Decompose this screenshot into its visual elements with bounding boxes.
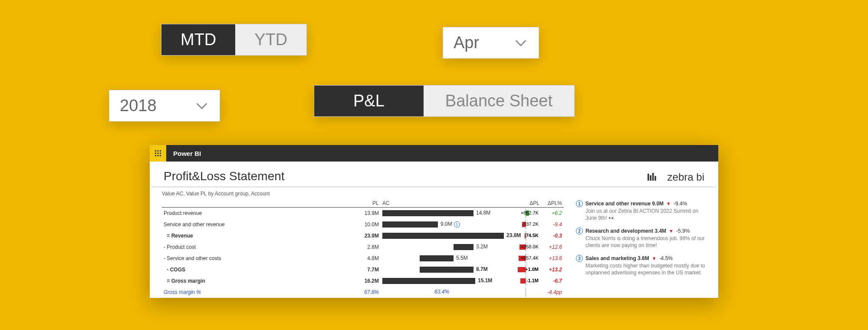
comment-number-icon: 2: [576, 228, 583, 234]
delta-pct-cell: -9.4: [541, 219, 564, 230]
table-row[interactable]: - Service and other costs4.8M5.5M+657.4K…: [162, 253, 564, 264]
ac-bar-cell: 3.2M: [381, 241, 506, 253]
delta-cell: [506, 287, 541, 298]
account-cell: Gross margin %: [162, 287, 236, 298]
sheet-pl-option[interactable]: P&L: [314, 86, 424, 116]
account-cell: - Product cost: [162, 241, 236, 253]
ac-bar-cell: 8.7M: [381, 264, 506, 275]
pl-cell: 7.7M: [236, 264, 381, 275]
pl-cell: 23.9M: [236, 230, 381, 241]
col-dpl: ΔPL: [506, 199, 541, 208]
annotation-marker[interactable]: 1: [454, 221, 460, 228]
ac-bar-cell: 23.8M: [381, 230, 506, 241]
comment-title: Research and development 3.4M: [585, 228, 666, 234]
table-row[interactable]: = Gross margin16.2M15.1M-1.1M-6.7: [162, 275, 564, 287]
trend-down-icon: ▼: [666, 201, 671, 206]
app-name: Power BI: [166, 150, 201, 157]
svg-rect-6: [155, 155, 156, 156]
brand-text: zebra bi: [667, 171, 704, 183]
chevron-down-icon: [194, 99, 209, 113]
brand-logo: zebra bi: [648, 171, 704, 183]
table-row[interactable]: Product revenue13.9M14.8M+862.7K+6.2: [162, 208, 564, 219]
pl-cell: 16.2M: [236, 275, 381, 287]
pl-cell: 13.9M: [236, 208, 381, 219]
delta-pct-cell: -4.4pp: [541, 287, 564, 298]
pl-cell: 2.8M: [236, 241, 381, 253]
matrix-visual[interactable]: Value AC, Value PL by Account group, Acc…: [162, 191, 564, 298]
delta-cell: +1.0M: [506, 264, 541, 275]
period-toggle: MTD YTD: [161, 24, 307, 56]
delta-pct-cell: -0.3: [541, 230, 564, 241]
svg-rect-8: [160, 155, 161, 156]
svg-rect-10: [650, 175, 651, 181]
visual-subtitle: Value AC, Value PL by Account group, Acc…: [162, 191, 564, 197]
app-launcher-icon[interactable]: [150, 145, 166, 162]
chevron-down-icon: [513, 36, 528, 50]
account-cell: Product revenue: [162, 208, 236, 219]
comment-number-icon: 3: [576, 255, 583, 262]
svg-rect-2: [160, 150, 161, 152]
period-mtd-option[interactable]: MTD: [161, 24, 235, 55]
account-cell: - Service and other costs: [162, 253, 236, 264]
comment-title: Sales and marketing 3.6M: [585, 255, 649, 261]
ac-bar-cell: 63.4%: [381, 287, 506, 298]
comment-item[interactable]: 3Sales and marketing 3.6M▼-4.5%Marketing…: [576, 255, 706, 276]
delta-pct-cell: +13.2: [541, 264, 564, 275]
comment-pct: -5.9%: [676, 228, 690, 234]
trend-down-icon: ▼: [652, 256, 657, 261]
delta-cell: -74.5K: [506, 230, 541, 241]
page-title: Profit&Loss Statement: [164, 169, 285, 183]
table-row[interactable]: - Product cost2.8M3.2M+358.0K+12.6: [162, 241, 564, 253]
sheet-toggle: P&L Balance Sheet: [314, 85, 575, 117]
comments-panel: 1Service and other revenue 9.0M▼-9.4%Joi…: [576, 191, 706, 298]
col-ac: AC: [381, 199, 506, 208]
svg-rect-3: [155, 153, 156, 154]
table-row[interactable]: = Revenue23.9M23.8M-74.5K-0.3: [162, 230, 564, 241]
col-dplpct: ΔPL%: [541, 199, 564, 208]
pl-cell: 67.8%: [236, 287, 381, 298]
delta-pct-cell: -6.7: [541, 275, 564, 287]
delta-cell: +862.7K: [506, 208, 541, 219]
account-cell: - COGS: [162, 264, 236, 275]
delta-cell: -937.2K: [506, 219, 541, 230]
month-value: Apr: [454, 33, 479, 52]
year-value: 2018: [120, 96, 157, 115]
page-header: Profit&Loss Statement zebra bi: [151, 162, 717, 187]
year-dropdown[interactable]: 2018: [109, 90, 220, 122]
account-cell: = Revenue: [162, 230, 236, 241]
table-row[interactable]: - COGS7.7M8.7M+1.0M+13.2: [162, 264, 564, 275]
comment-pct: -9.4%: [674, 201, 687, 207]
period-ytd-option[interactable]: YTD: [235, 24, 306, 55]
comment-item[interactable]: 1Service and other revenue 9.0M▼-9.4%Joi…: [576, 200, 706, 221]
svg-rect-9: [648, 174, 649, 181]
ac-bar-cell: 5.5M: [381, 253, 506, 264]
svg-rect-11: [652, 173, 654, 181]
comment-pct: -4.5%: [659, 255, 673, 261]
account-cell: = Gross margin: [162, 275, 236, 287]
delta-pct-cell: +13.6: [541, 253, 564, 264]
delta-pct-cell: +12.6: [541, 241, 564, 253]
sheet-balance-option[interactable]: Balance Sheet: [424, 86, 574, 116]
delta-cell: -1.1M: [506, 275, 541, 287]
comment-item[interactable]: 2Research and development 3.4M▼-5.9%Chuc…: [576, 228, 706, 249]
table-row[interactable]: Service and other revenue10.0M9.0M1-937.…: [162, 219, 564, 230]
comment-body: Join us at our Zebra BI ACTION 2022 Summ…: [576, 208, 706, 221]
delta-cell: +358.0K: [506, 241, 541, 253]
svg-rect-0: [155, 150, 156, 152]
svg-rect-5: [160, 153, 161, 154]
svg-rect-12: [654, 176, 656, 181]
report-window: Power BI Profit&Loss Statement zebra bi …: [150, 145, 718, 298]
month-dropdown[interactable]: Apr: [443, 27, 539, 59]
svg-rect-4: [158, 153, 159, 154]
comment-title: Service and other revenue 9.0M: [585, 201, 664, 207]
comment-number-icon: 1: [576, 200, 583, 207]
account-cell: Service and other revenue: [162, 219, 236, 230]
delta-cell: +657.4K: [506, 253, 541, 264]
svg-rect-7: [158, 155, 159, 156]
comment-body: Chuck Norris is doing a tremendous job. …: [576, 235, 706, 249]
ac-bar-cell: 14.8M: [381, 208, 506, 219]
table-row[interactable]: Gross margin %67.8%63.4%-4.4pp: [162, 287, 564, 298]
titlebar: Power BI: [150, 145, 718, 162]
pl-cell: 4.8M: [236, 253, 381, 264]
col-pl: PL: [236, 199, 381, 208]
